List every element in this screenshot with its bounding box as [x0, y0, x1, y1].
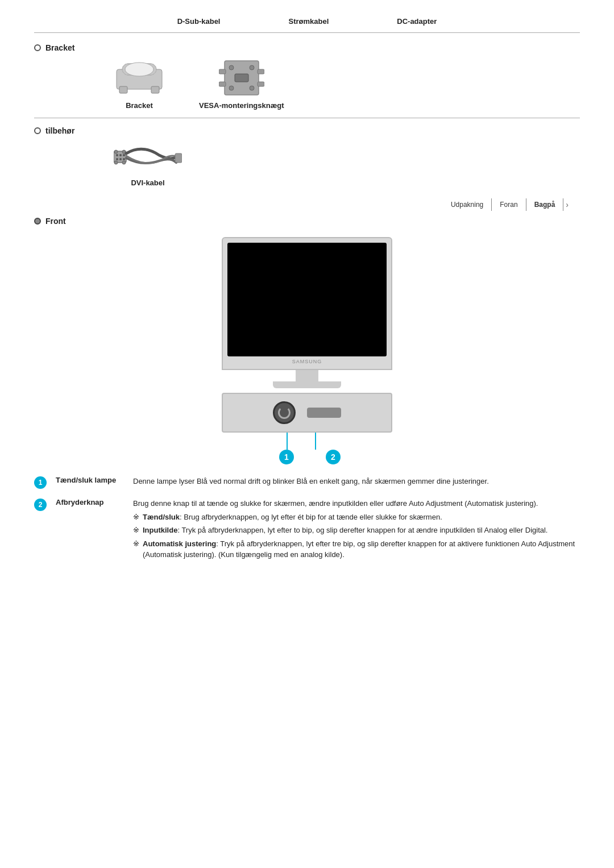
front-title: Front	[34, 217, 580, 226]
monitor-illustration: SAMSUNG 1 2	[216, 237, 398, 464]
desc-num-2: 2	[34, 499, 47, 511]
svg-rect-12	[219, 69, 226, 74]
svg-point-8	[250, 65, 254, 70]
vesa-icon	[219, 58, 264, 98]
tilbehor-bullet	[34, 127, 41, 134]
front-bullet	[34, 218, 41, 225]
dvi-icon	[114, 141, 182, 175]
bracket-bullet	[34, 44, 41, 51]
monitor-stand-base	[273, 381, 341, 388]
bracket-icon	[114, 58, 165, 98]
vesa-item: VESA-monteringsknægt	[199, 58, 284, 110]
svg-rect-15	[258, 82, 264, 86]
svg-point-7	[229, 65, 234, 70]
monitor-stand-neck	[296, 370, 318, 381]
svg-rect-14	[258, 69, 264, 74]
connector-lines	[222, 433, 392, 450]
desc-num-1: 1	[34, 476, 47, 489]
svg-point-26	[122, 161, 126, 164]
nav-arrow: ›	[563, 200, 569, 209]
svg-point-23	[114, 150, 118, 153]
svg-rect-5	[151, 86, 159, 93]
power-button-graphic	[273, 401, 296, 424]
tilbehor-title: tilbehør	[34, 126, 580, 135]
divider-1	[34, 118, 580, 118]
tilbehor-section: tilbehør	[34, 126, 580, 187]
nav-bar: Udpakning Foran Bagpå ›	[34, 198, 580, 211]
bullet-item-automatisk: ※ Automatisk justering: Tryk på afbryder…	[133, 538, 580, 560]
desc-row-2: 2 Afbryderknap Brug denne knap til at tæ…	[34, 498, 580, 560]
header-item-stromkabel: Strømkabel	[288, 17, 329, 26]
bracket-item: Bracket	[114, 58, 165, 110]
monitor-body: SAMSUNG	[222, 237, 392, 370]
indicator-2: 2	[326, 450, 341, 464]
svg-point-22	[123, 158, 125, 160]
desc-text-1: Denne lampe lyser Blå ved normal drift o…	[133, 476, 580, 487]
dvi-label: DVI-kabel	[131, 178, 164, 187]
svg-point-3	[125, 63, 154, 76]
desc-title-1: Tænd/sluk lampe	[56, 476, 124, 487]
bracket-label: Bracket	[126, 101, 153, 110]
top-header: D-Sub-kabel Strømkabel DC-adapter	[34, 17, 580, 33]
indicator-1: 1	[279, 450, 294, 464]
front-section: Front SAMSUNG 1 2	[34, 217, 580, 464]
indicators-row: 1 2	[273, 450, 341, 464]
bullet-item-inputkilde: ※ Inputkilde: Tryk på afbryderknappen, l…	[133, 525, 580, 536]
nav-foran[interactable]: Foran	[492, 198, 526, 211]
desc-text-2: Brug denne knap til at tænde og slukke f…	[133, 498, 580, 560]
dvi-item: DVI-kabel	[114, 141, 182, 187]
svg-point-24	[114, 161, 118, 164]
vesa-label: VESA-monteringsknægt	[199, 101, 284, 110]
svg-rect-4	[119, 86, 127, 93]
svg-rect-13	[219, 82, 226, 86]
joystick-graphic	[307, 408, 341, 418]
monitor-brand: SAMSUNG	[227, 356, 387, 364]
descriptions-section: 1 Tænd/sluk lampe Denne lampe lyser Blå …	[34, 476, 580, 560]
bracket-section: Bracket Bracket	[34, 43, 580, 110]
header-item-dsub: D-Sub-kabel	[177, 17, 221, 26]
tilbehor-items-row: DVI-kabel	[34, 141, 580, 187]
svg-point-19	[123, 154, 125, 156]
desc-title-2: Afbryderknap	[56, 498, 124, 506]
front-panel	[222, 393, 392, 433]
svg-point-10	[250, 86, 254, 90]
svg-rect-27	[175, 153, 182, 163]
bullet-item-taend: ※ Tænd/sluk: Brug afbryderknappen, og ly…	[133, 512, 580, 523]
connector-lines-svg	[222, 433, 392, 450]
svg-rect-11	[235, 74, 248, 82]
svg-point-17	[116, 154, 118, 156]
desc-row-1: 1 Tænd/sluk lampe Denne lampe lyser Blå …	[34, 476, 580, 489]
header-item-dcadapter: DC-adapter	[397, 17, 437, 26]
bracket-items-row: Bracket VESA-monteringsknægt	[34, 58, 580, 110]
svg-point-21	[119, 158, 122, 160]
svg-point-18	[119, 154, 122, 156]
nav-udpakning[interactable]: Udpakning	[443, 198, 492, 211]
nav-bagpa[interactable]: Bagpå	[526, 198, 564, 211]
monitor-screen	[227, 243, 387, 356]
svg-point-9	[229, 86, 234, 90]
bracket-title: Bracket	[34, 43, 580, 52]
svg-point-20	[116, 158, 118, 160]
